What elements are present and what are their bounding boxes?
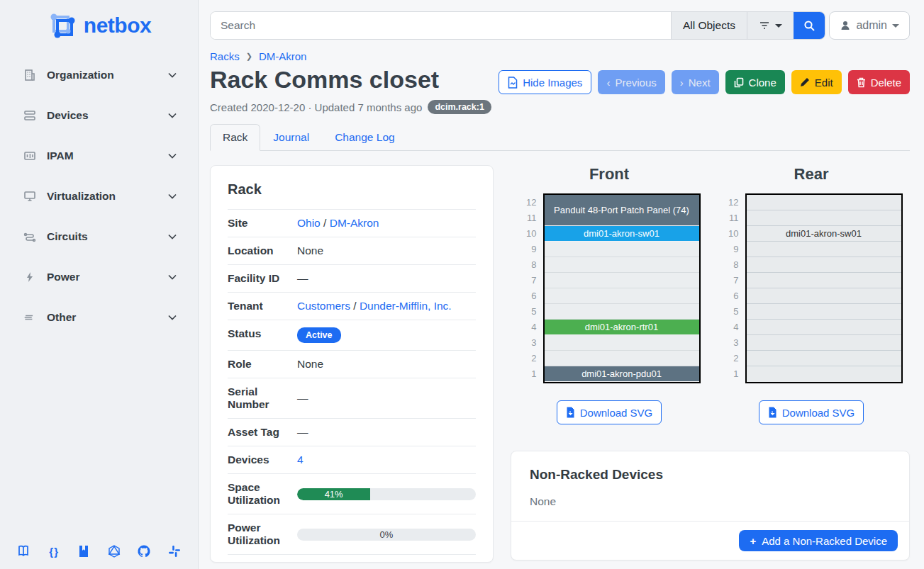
pencil-icon (800, 77, 810, 87)
rack-empty-slot[interactable] (545, 288, 699, 304)
tenant-link[interactable]: Dunder-Mifflin, Inc. (360, 300, 452, 312)
caret-down-icon (775, 23, 782, 28)
breadcrumb-separator-icon: ❯ (246, 52, 252, 61)
unit-label: 4 (518, 320, 537, 335)
role-value: None (297, 351, 476, 378)
search-scope-select[interactable]: All Objects (671, 12, 747, 39)
user-menu-button[interactable]: admin (829, 11, 910, 40)
rack-empty-slot[interactable] (747, 366, 901, 382)
front-download-svg-button[interactable]: Download SVG (557, 400, 662, 424)
clone-button[interactable]: Clone (725, 70, 785, 94)
global-search: All Objects (210, 11, 825, 40)
tab-journal[interactable]: Journal (260, 124, 322, 151)
site-region-link[interactable]: Ohio (297, 217, 321, 229)
slack-icon[interactable] (167, 543, 182, 559)
power-utilization-label: 0% (297, 529, 476, 541)
tenant-group-link[interactable]: Customers (297, 300, 350, 312)
netbox-logo[interactable]: netbox (0, 0, 198, 48)
netbox-logo-icon (47, 10, 78, 41)
sidebar-item-ipam[interactable]: IPAM (14, 142, 184, 170)
rack-empty-slot[interactable] (545, 304, 699, 320)
breadcrumb-racks[interactable]: Racks (210, 50, 240, 62)
add-non-racked-device-button[interactable]: + Add a Non-Racked Device (739, 530, 898, 551)
rack-empty-slot[interactable] (545, 257, 699, 273)
row-power-utilization: Power Utilization 0% (228, 514, 476, 555)
copy-icon (734, 77, 744, 88)
ipam-icon (23, 149, 37, 163)
rack-empty-slot[interactable] (545, 242, 699, 257)
sidebar-item-power[interactable]: Power (14, 263, 184, 291)
sidebar-item-devices[interactable]: Devices (14, 101, 184, 130)
rack-empty-slot[interactable] (545, 351, 699, 366)
unit-label: 11 (720, 210, 739, 226)
search-input[interactable] (211, 12, 671, 39)
non-racked-title: Non-Racked Devices (530, 467, 891, 483)
rack-device-front[interactable]: Panduit 48-Port Patch Panel (74) (545, 195, 699, 226)
graphql-icon[interactable] (106, 543, 122, 559)
unit-label: 10 (720, 226, 739, 242)
rack-device-front[interactable]: dmi01-akron-rtr01 (545, 320, 699, 335)
sidebar-item-virtualization[interactable]: Virtualization (14, 182, 184, 210)
row-devices: Devices 4 (228, 446, 476, 474)
docs-icon[interactable] (16, 543, 31, 559)
row-site: Site Ohio / DM-Akron (228, 210, 476, 237)
netbox-logo-text: netbox (84, 13, 151, 38)
tab-rack[interactable]: Rack (210, 124, 260, 151)
rack-device-rear[interactable]: dmi01-akron-sw01 (747, 226, 901, 242)
unit-label: 3 (518, 335, 537, 351)
rack-empty-slot[interactable] (545, 273, 699, 288)
rack-empty-slot[interactable] (747, 257, 901, 273)
rack-empty-slot[interactable] (747, 304, 901, 320)
search-filter-button[interactable] (747, 12, 794, 39)
rack-empty-slot[interactable] (747, 335, 901, 351)
file-download-icon (566, 407, 575, 418)
tab-change-log[interactable]: Change Log (322, 124, 407, 151)
person-icon (840, 20, 851, 31)
edit-button[interactable]: Edit (791, 70, 842, 94)
site-link[interactable]: DM-Akron (330, 217, 379, 229)
lightning-bolt-icon (23, 270, 37, 284)
search-submit-button[interactable] (794, 12, 825, 39)
rack-empty-slot[interactable] (747, 351, 901, 366)
rack-empty-slot[interactable] (747, 320, 901, 335)
rear-elevation-title: Rear (794, 165, 829, 184)
rack-device-front[interactable]: dmi01-akron-pdu01 (545, 366, 699, 382)
file-download-icon (768, 407, 777, 418)
unit-label: 8 (518, 257, 537, 273)
hide-images-button[interactable]: Hide Images (499, 70, 591, 94)
rack-empty-slot[interactable] (747, 273, 901, 288)
rest-api-icon[interactable]: { } (46, 543, 62, 559)
devices-count-link[interactable]: 4 (297, 453, 304, 466)
created-updated-text: Created 2020-12-20 · Updated 7 months ag… (210, 101, 422, 113)
monitor-icon (23, 189, 37, 203)
rear-download-svg-button[interactable]: Download SVG (759, 400, 864, 424)
unit-label: 12 (518, 195, 537, 210)
rack-empty-slot[interactable] (545, 335, 699, 351)
row-location: Location None (228, 237, 476, 265)
api-docs-icon[interactable] (76, 543, 91, 559)
sidebar-item-circuits[interactable]: Circuits (14, 222, 184, 251)
sidebar-nav: Organization Devices IPAM Virtualization (0, 61, 198, 332)
next-button[interactable]: › Next (672, 70, 719, 94)
status-badge: Active (297, 327, 341, 343)
previous-button[interactable]: ‹ Previous (598, 70, 664, 94)
unit-label: 6 (518, 288, 537, 304)
delete-button[interactable]: Delete (848, 70, 910, 94)
rack-device-front[interactable]: dmi01-akron-sw01 (545, 226, 699, 242)
image-file-icon (508, 77, 518, 89)
sidebar-item-other[interactable]: Other (14, 303, 184, 332)
unit-label: 9 (720, 242, 739, 257)
github-icon[interactable] (136, 543, 152, 559)
search-icon (803, 20, 816, 32)
front-rack-grid: Panduit 48-Port Patch Panel (74)dmi01-ak… (543, 193, 701, 383)
rack-empty-slot[interactable] (747, 288, 901, 304)
building-icon (23, 68, 37, 82)
row-facility-id: Facility ID — (228, 265, 476, 293)
rack-empty-slot[interactable] (747, 210, 901, 226)
chevron-left-icon: ‹ (606, 77, 610, 89)
breadcrumb-dm-akron[interactable]: DM-Akron (259, 50, 307, 62)
front-elevation-title: Front (589, 165, 629, 184)
rack-empty-slot[interactable] (747, 195, 901, 210)
rack-empty-slot[interactable] (747, 242, 901, 257)
sidebar-item-organization[interactable]: Organization (14, 61, 184, 89)
